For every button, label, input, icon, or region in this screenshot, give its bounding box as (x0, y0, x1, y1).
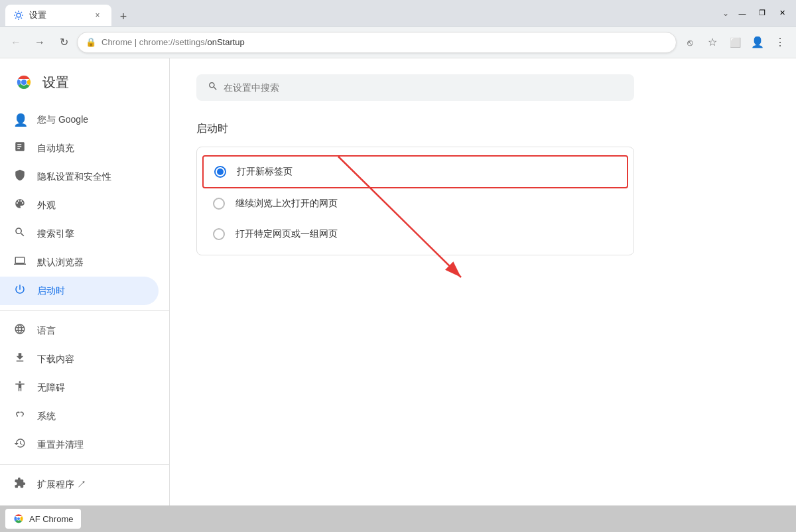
sidebar-label-autofill: 自动填充 (37, 143, 74, 155)
refresh-icon: ↻ (60, 36, 68, 48)
addressbar: ← → ↻ 🔒 Chrome | chrome://settings/onSta… (0, 27, 796, 58)
sidebar-toggle-button[interactable]: ⬜ (724, 32, 746, 53)
profile-button[interactable]: 👤 (747, 32, 768, 53)
lock-icon: 🔒 (86, 37, 96, 47)
sidebar: 设置 👤 您与 Google 自动填充 隐私设置和安全性 外观 (0, 58, 170, 532)
restore-button[interactable]: ❐ (754, 7, 771, 19)
minimize-button[interactable]: — (734, 7, 751, 19)
main-content: 启动时 打开新标签页 继续浏览上次打开的网页 打开特定网页或一组网页 (170, 58, 796, 532)
sidebar-header: 设置 (0, 64, 169, 101)
sidebar-item-reset[interactable]: 重置并清理 (0, 431, 159, 459)
taskbar-chrome-item[interactable]: AF Chrome (5, 509, 81, 529)
svg-point-3 (21, 80, 27, 85)
settings-search-bar[interactable] (196, 74, 634, 101)
forward-button[interactable]: → (29, 32, 50, 53)
chrome-logo-icon (13, 72, 34, 93)
startup-options-card: 打开新标签页 继续浏览上次打开的网页 打开特定网页或一组网页 (196, 147, 634, 255)
sidebar-label-reset: 重置并清理 (37, 439, 84, 451)
active-tab[interactable]: 设置 × (5, 5, 111, 26)
tab-list-button[interactable]: ⌄ (718, 5, 734, 21)
power-icon (13, 283, 27, 299)
globe-icon (13, 323, 27, 338)
refresh-button[interactable]: ↻ (53, 32, 74, 53)
sidebar-label-extensions: 扩展程序 ↗ (37, 479, 86, 491)
option-specific[interactable]: 打开特定网页或一组网页 (197, 219, 633, 249)
close-button[interactable]: ✕ (773, 7, 791, 19)
sidebar-item-download[interactable]: 下载内容 (0, 345, 159, 373)
person-icon: 👤 (13, 113, 27, 127)
option-label-new-tab: 打开新标签页 (237, 166, 293, 178)
sidebar-item-google[interactable]: 👤 您与 Google (0, 106, 159, 134)
sidebar-item-browser[interactable]: 默认浏览器 (0, 248, 159, 277)
menu-button[interactable]: ⋮ (769, 32, 791, 53)
sidebar-label-appearance: 外观 (37, 200, 56, 212)
url-prefix: Chrome | chrome://settings/ (101, 37, 207, 47)
sidebar-label-startup: 启动时 (37, 285, 65, 297)
radio-continue[interactable] (213, 198, 225, 210)
clipboard-icon (13, 141, 27, 156)
section-title: 启动时 (196, 122, 769, 136)
forward-icon: → (34, 36, 45, 48)
tab-close-button[interactable]: × (92, 9, 103, 21)
sidebar-divider-2 (0, 464, 169, 465)
sidebar-item-extensions[interactable]: 扩展程序 ↗ (0, 470, 159, 499)
sidebar-item-accessibility[interactable]: 无障碍 (0, 373, 159, 402)
taskbar-label: AF Chrome (29, 514, 73, 524)
wrench-icon (13, 409, 27, 424)
shield-icon (13, 169, 27, 184)
option-continue[interactable]: 继续浏览上次打开的网页 (197, 188, 633, 219)
sidebar-label-privacy: 隐私设置和安全性 (37, 171, 111, 183)
more-icon: ⋮ (775, 36, 785, 48)
sidebar-item-privacy[interactable]: 隐私设置和安全性 (0, 163, 159, 191)
profile-icon: 👤 (751, 36, 764, 48)
share-button[interactable]: ⎋ (679, 32, 700, 53)
sidebar-item-system[interactable]: 系统 (0, 402, 159, 431)
sidebar-label-search: 搜索引擎 (37, 228, 74, 240)
radio-new-tab[interactable] (214, 166, 226, 178)
omnibox[interactable]: 🔒 Chrome | chrome://settings/onStartup (77, 32, 677, 53)
sidebar-label-system: 系统 (37, 411, 56, 423)
search-icon-settings (208, 81, 218, 94)
window-controls: — ❐ ✕ (734, 7, 791, 19)
main-layout: 设置 👤 您与 Google 自动填充 隐私设置和安全性 外观 (0, 58, 796, 532)
bookmark-icon: ☆ (708, 36, 717, 48)
tab-bar: 设置 × + (5, 0, 718, 26)
titlebar: 设置 × + ⌄ — ❐ ✕ (0, 0, 796, 27)
reset-icon (13, 437, 27, 452)
option-new-tab[interactable]: 打开新标签页 (204, 157, 627, 187)
url-path: onStartup (207, 37, 244, 47)
download-icon (13, 352, 27, 367)
search-icon (13, 226, 27, 241)
sidebar-divider-1 (0, 310, 169, 311)
sidebar-item-search[interactable]: 搜索引擎 (0, 220, 159, 248)
option-label-specific: 打开特定网页或一组网页 (235, 228, 338, 240)
tab-label: 设置 (29, 9, 86, 21)
option-label-continue: 继续浏览上次打开的网页 (235, 198, 338, 210)
url-display: Chrome | chrome://settings/onStartup (101, 37, 668, 47)
svg-point-0 (17, 13, 21, 17)
back-icon: ← (11, 36, 21, 48)
tab-favicon-icon (13, 10, 24, 21)
sidebar-item-language[interactable]: 语言 (0, 316, 159, 345)
new-tab-button[interactable]: + (114, 7, 133, 26)
sidebar-item-appearance[interactable]: 外观 (0, 191, 159, 220)
radio-specific[interactable] (213, 228, 225, 240)
sidebar-item-autofill[interactable]: 自动填充 (0, 134, 159, 163)
radio-dot (217, 168, 224, 175)
toolbar-right: ⎋ ☆ ⬜ 👤 ⋮ (679, 32, 791, 53)
sidebar-label-browser: 默认浏览器 (37, 257, 84, 269)
accessibility-icon (13, 380, 27, 395)
svg-point-8 (17, 517, 20, 520)
sidebar-label-language: 语言 (37, 325, 56, 337)
bookmark-button[interactable]: ☆ (702, 32, 723, 53)
back-button[interactable]: ← (5, 32, 27, 53)
palette-icon (13, 198, 27, 213)
search-input[interactable] (224, 82, 623, 93)
sidebar-title: 设置 (42, 74, 69, 92)
monitor-icon (13, 255, 27, 270)
sidebar-label-google: 您与 Google (37, 114, 88, 126)
taskbar: AF Chrome (0, 505, 796, 532)
sidebar-item-startup[interactable]: 启动时 (0, 277, 159, 305)
sidebar-label-accessibility: 无障碍 (37, 382, 65, 394)
sidebar-label-download: 下载内容 (37, 354, 74, 366)
